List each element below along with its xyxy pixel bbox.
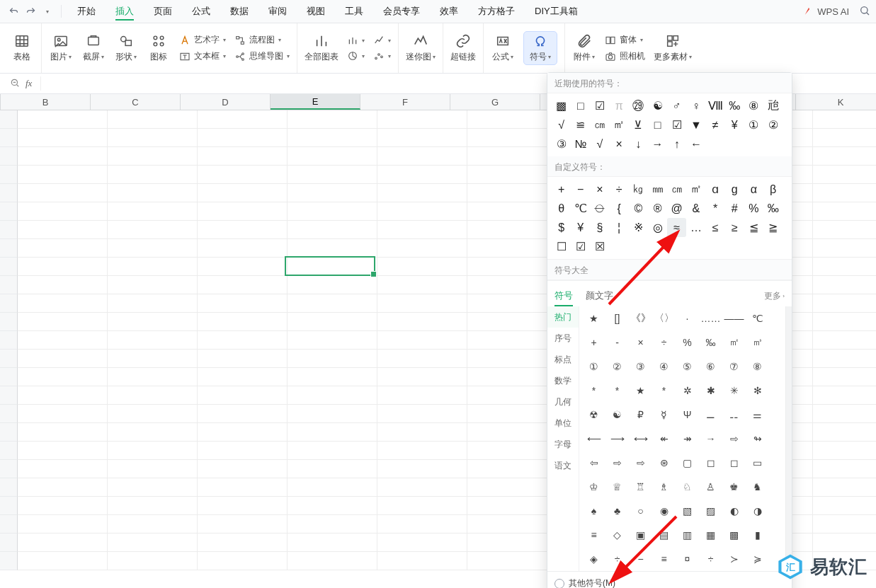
symbol-item[interactable]: ☿: [652, 404, 676, 425]
symbol-item[interactable]: ⇨: [629, 452, 652, 473]
symbol-category[interactable]: 标点: [547, 349, 579, 370]
menu-diy[interactable]: DIY工具箱: [525, 0, 588, 23]
panel-scrollbar[interactable]: [785, 306, 792, 571]
insert-morechart-button[interactable]: ▾: [373, 50, 391, 62]
symbol-item[interactable]: ⑧: [744, 96, 763, 115]
symbol-item[interactable]: ≡: [582, 524, 605, 546]
symbol-item[interactable]: ≧: [763, 218, 783, 237]
symbol-item[interactable]: ☑: [667, 115, 686, 134]
symbol-item[interactable]: ✻: [746, 380, 769, 401]
symbol-item[interactable]: ¥: [571, 218, 590, 237]
symbol-item[interactable]: π: [610, 96, 629, 115]
symbol-item[interactable]: ▥: [676, 524, 699, 546]
symbol-item[interactable]: ①: [744, 115, 763, 134]
insert-table-button[interactable]: 表格: [10, 33, 34, 63]
symbol-item[interactable]: ▭: [746, 452, 769, 473]
symbol-item[interactable]: ↓: [629, 134, 648, 154]
symbol-item[interactable]: ③: [552, 134, 571, 154]
symbol-item[interactable]: ㎡: [610, 115, 629, 134]
insert-piechart-button[interactable]: ▾: [347, 50, 365, 62]
symbol-item[interactable]: ——: [722, 308, 746, 329]
symbol-item[interactable]: ¦: [610, 218, 629, 237]
symbol-item[interactable]: ‰: [725, 96, 744, 115]
insert-attachment-button[interactable]: 附件▾: [572, 33, 596, 63]
symbol-item[interactable]: α: [744, 180, 763, 199]
symbol-item[interactable]: θ: [552, 199, 571, 218]
symbol-item[interactable]: ☒: [590, 237, 609, 256]
symbol-item[interactable]: ¥: [725, 115, 744, 134]
symbol-item[interactable]: →: [699, 428, 722, 449]
insert-linechart-button[interactable]: ▾: [373, 35, 391, 46]
symbol-item[interactable]: №: [571, 134, 590, 154]
search-icon[interactable]: [859, 5, 870, 18]
symbol-item[interactable]: ✲: [676, 380, 699, 401]
symbol-item[interactable]: ←: [686, 134, 705, 154]
symbol-item[interactable]: ★: [582, 308, 605, 329]
symbol-item[interactable]: ♗: [652, 476, 676, 497]
symbol-item[interactable]: ⚋: [722, 404, 746, 425]
insert-more-resources-button[interactable]: 更多素材▾: [654, 33, 692, 63]
zoom-out-icon[interactable]: [10, 78, 20, 90]
symbol-item[interactable]: ⑧: [746, 356, 769, 377]
symbol-item[interactable]: ⦵: [590, 199, 609, 218]
symbol-item[interactable]: ≻: [722, 548, 746, 570]
symbol-item[interactable]: ㉙: [629, 96, 648, 115]
symbol-category[interactable]: 热门: [547, 306, 579, 328]
symbol-item[interactable]: ɑ: [706, 180, 725, 199]
symbol-item[interactable]: @: [667, 199, 686, 218]
symbol-item[interactable]: ♞: [746, 476, 769, 497]
colhead-E[interactable]: E: [271, 94, 360, 110]
symbol-item[interactable]: 《》: [629, 308, 652, 329]
symbol-item[interactable]: ₽: [629, 404, 652, 425]
symbol-item[interactable]: ♖: [629, 476, 652, 497]
symbol-item[interactable]: &: [686, 199, 705, 218]
menu-efficiency[interactable]: 效率: [430, 0, 468, 23]
menu-page[interactable]: 页面: [144, 0, 182, 23]
symbol-item[interactable]: ℃: [746, 308, 769, 329]
menu-review[interactable]: 审阅: [258, 0, 297, 23]
insert-allcharts-button[interactable]: 全部图表: [305, 33, 339, 63]
symbol-item[interactable]: ◻: [699, 452, 722, 473]
menu-tools[interactable]: 工具: [335, 0, 373, 23]
symbol-item[interactable]: *: [652, 380, 676, 401]
symbol-item[interactable]: #: [725, 199, 744, 218]
symbol-item[interactable]: ◻: [722, 452, 746, 473]
symbol-category[interactable]: 几何: [547, 391, 579, 413]
symbol-item[interactable]: ⟶: [605, 428, 629, 449]
symbol-item[interactable]: ♂: [667, 96, 686, 115]
symbol-item[interactable]: ×: [610, 134, 629, 154]
colhead-G[interactable]: G: [450, 94, 540, 110]
symbol-item[interactable]: ♙: [699, 476, 722, 497]
menu-formula[interactable]: 公式: [182, 0, 220, 23]
symbol-item[interactable]: ⟵: [582, 428, 605, 449]
symbol-item[interactable]: ④: [652, 356, 676, 377]
colhead-B[interactable]: B: [1, 94, 91, 110]
symbol-item[interactable]: ♣: [605, 500, 629, 521]
symbol-item[interactable]: *: [582, 380, 605, 401]
symbol-item[interactable]: ⚊: [699, 404, 722, 425]
symbol-item[interactable]: ▧: [676, 500, 699, 521]
symbol-item[interactable]: ↞: [652, 428, 676, 449]
symbol-item[interactable]: ↠: [676, 428, 699, 449]
symbol-item[interactable]: ……: [699, 308, 722, 329]
fx-label[interactable]: fx: [25, 78, 32, 89]
symbol-item[interactable]: ⊛: [652, 452, 676, 473]
insert-wordart-button[interactable]: 艺术字▾: [179, 34, 226, 46]
symbol-item[interactable]: ⑤: [676, 356, 699, 377]
symbol-item[interactable]: ≌: [571, 115, 590, 134]
symbol-item[interactable]: ▦: [699, 524, 722, 546]
other-symbol-label[interactable]: 其他符号(M): [569, 577, 615, 588]
colhead-K[interactable]: K: [796, 94, 876, 110]
insert-picture-button[interactable]: 图片▾: [49, 33, 73, 63]
symbol-item[interactable]: []: [605, 308, 629, 329]
symbol-item[interactable]: %: [744, 199, 763, 218]
symbol-item[interactable]: ㎝: [590, 115, 609, 134]
undo-button[interactable]: [6, 4, 21, 19]
symbol-item[interactable]: ㎏: [629, 180, 648, 199]
symbol-item[interactable]: *: [605, 380, 629, 401]
quickaccess-dropdown[interactable]: ▾: [40, 4, 55, 19]
symbol-item[interactable]: ÷: [652, 332, 676, 353]
symbol-item[interactable]: √: [590, 134, 609, 154]
symbol-item[interactable]: ▩: [552, 96, 571, 115]
symbol-category[interactable]: 序号: [547, 328, 579, 349]
